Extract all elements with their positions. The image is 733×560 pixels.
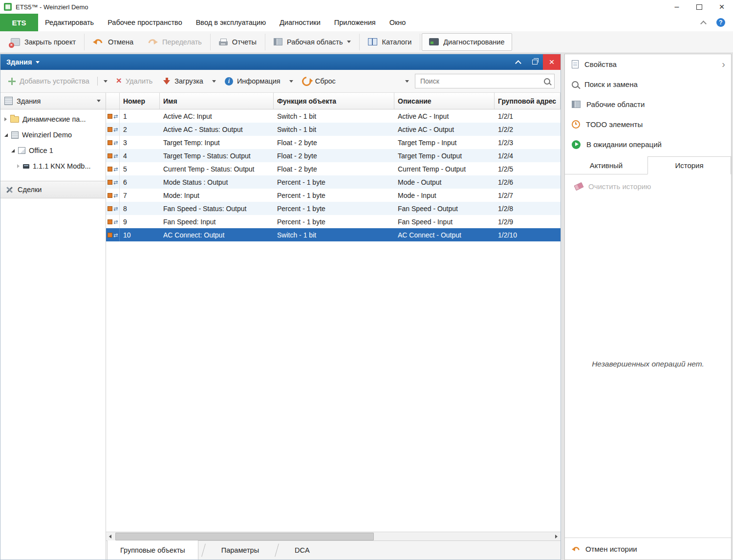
horizontal-scrollbar[interactable] — [106, 532, 561, 540]
undo-history-icon — [572, 546, 581, 552]
tools-icon — [5, 186, 13, 194]
close-button[interactable] — [711, 0, 733, 14]
column-header-group-address[interactable]: Групповой адрес — [495, 93, 561, 109]
scrollbar-thumb[interactable] — [115, 533, 374, 540]
tree-item-weinzierl-demo[interactable]: Weinzierl Demo — [0, 127, 106, 143]
toolbar-separator — [265, 34, 265, 50]
search-box — [415, 74, 555, 88]
sidebar-header-dropdown[interactable]: Здания — [0, 93, 106, 109]
tab-active[interactable]: Активный — [565, 156, 647, 174]
table-row[interactable]: ⇄ 6 Mode Status : Output Percent - 1 byt… — [106, 175, 561, 189]
deals-label: Сделки — [18, 186, 42, 194]
search-icon[interactable] — [544, 78, 550, 85]
table-row[interactable]: ⇄ 5 Current Temp - Status: Output Float … — [106, 162, 561, 175]
scroll-right-button[interactable] — [552, 532, 561, 540]
close-project-button[interactable]: Закрыть проект — [4, 34, 83, 50]
add-devices-button[interactable]: Добавить устройства — [5, 77, 92, 85]
expander-icon[interactable] — [4, 117, 7, 121]
clear-history-button[interactable]: Очистить историю — [565, 174, 731, 191]
expander-icon[interactable] — [17, 164, 20, 168]
search-input[interactable] — [419, 77, 544, 86]
expander-icon[interactable] — [4, 133, 8, 137]
sidebar-item-todo[interactable]: TODO элементы — [565, 114, 731, 134]
cell-number: 7 — [120, 189, 160, 202]
tab-history[interactable]: История — [647, 156, 731, 174]
sidebar-item-find-replace[interactable]: Поиск и замена — [565, 74, 731, 94]
find-replace-label: Поиск и замена — [584, 80, 638, 88]
collapse-chevron-icon[interactable] — [700, 21, 707, 27]
tree-item-office-1[interactable]: Office 1 — [0, 143, 106, 158]
menu-apps[interactable]: Приложения — [327, 14, 383, 31]
tree-item-dynamic-folders[interactable]: Динамические па... — [0, 111, 106, 127]
menu-window[interactable]: Окно — [383, 14, 413, 31]
more-commands-dropdown-icon[interactable] — [405, 80, 409, 83]
undo-history-button[interactable]: Отмен истории — [565, 538, 731, 560]
cell-function: Float - 2 byte — [274, 149, 394, 162]
cell-function: Switch - 1 bit — [274, 123, 394, 136]
tree-item-label: Динамические па... — [22, 115, 86, 123]
menu-commissioning[interactable]: Ввод в эксплуатацию — [189, 14, 273, 31]
download-dropdown-icon[interactable] — [212, 80, 216, 83]
reset-button[interactable]: Сброс — [299, 77, 339, 86]
info-button[interactable]: Информация — [222, 77, 283, 86]
redo-button[interactable]: Переделать — [140, 34, 209, 50]
table-row[interactable]: ⇄ 3 Target Temp: Input Float - 2 byte Ta… — [106, 136, 561, 149]
menu-diagnostics[interactable]: Диагностики — [273, 14, 327, 31]
workspace-button[interactable]: Рабочая область — [267, 34, 358, 50]
sidebar-item-deals[interactable]: Сделки — [0, 181, 106, 198]
maximize-button[interactable] — [688, 0, 711, 14]
add-devices-dropdown-icon[interactable] — [104, 80, 108, 83]
download-button[interactable]: Загрузка — [160, 77, 206, 85]
help-icon[interactable] — [716, 18, 725, 27]
workspace-label: Рабочая область — [287, 38, 343, 46]
panel-close-button[interactable] — [543, 54, 561, 70]
tab-dca[interactable]: DCA — [282, 541, 323, 560]
tab-group-objects[interactable]: Групповые объекты — [107, 540, 198, 560]
menu-workspace[interactable]: Рабочее пространство — [101, 14, 189, 31]
column-header-description[interactable]: Описание — [394, 93, 495, 109]
panel-collapse-button[interactable] — [510, 54, 526, 70]
group-object-flag-icon — [108, 233, 112, 237]
catalogs-button[interactable]: Каталоги — [361, 34, 418, 50]
properties-icon — [572, 60, 579, 68]
panel-window-controls — [510, 54, 561, 70]
buildings-icon — [4, 97, 13, 105]
undo-button[interactable]: Отмена — [86, 34, 140, 50]
table-row[interactable]: ⇄ 8 Fan Speed - Status: Output Percent -… — [106, 202, 561, 215]
expander-icon[interactable] — [11, 149, 15, 152]
column-header-number[interactable]: Номер — [120, 93, 160, 109]
cell-function: Float - 2 byte — [274, 136, 394, 149]
panel-title-dropdown[interactable]: Здания — [6, 58, 40, 66]
sidebar-item-workspaces[interactable]: Рабочие области — [565, 94, 731, 114]
table-row[interactable]: ⇄ 9 Fan Speed: Input Percent - 1 byte Fa… — [106, 215, 561, 228]
group-object-icon: ⇄ — [106, 202, 120, 215]
diagnostics-button[interactable]: Диагностирование — [422, 33, 512, 51]
delete-button[interactable]: Удалить — [113, 77, 155, 85]
menu-ets-button[interactable]: ETS — [0, 14, 38, 31]
info-dropdown-icon[interactable] — [289, 80, 293, 83]
column-header-function[interactable]: Функция объекта — [274, 93, 394, 109]
group-object-icon: ⇄ — [106, 215, 120, 228]
buildings-tree: Динамические па... Weinzierl Demo Office… — [0, 109, 106, 174]
table-row[interactable]: ⇄ 7 Mode: Input Percent - 1 byte Mode - … — [106, 189, 561, 202]
panel-restore-button[interactable] — [526, 54, 543, 70]
table-row[interactable]: ⇄ 2 Active AC - Status: Output Switch - … — [106, 123, 561, 136]
group-object-arrows-icon: ⇄ — [113, 127, 118, 132]
tree-item-knx-device[interactable]: 1.1.1 KNX Modb... — [0, 158, 106, 174]
scroll-left-button[interactable] — [106, 532, 114, 540]
table-row[interactable]: ⇄ 1 Active AC: Input Switch - 1 bit Acti… — [106, 109, 561, 123]
reports-button[interactable]: Отчеты — [212, 34, 263, 50]
column-header-name[interactable]: Имя — [160, 93, 274, 109]
group-object-arrows-icon: ⇄ — [113, 219, 118, 224]
sidebar-item-pending-operations[interactable]: В ожидании операций — [565, 134, 731, 154]
buildings-panel: Здания Добавить устройства — [0, 54, 561, 560]
sidebar-item-properties[interactable]: Свойства — [565, 54, 731, 74]
cell-description: Fan Speed - Output — [394, 202, 495, 215]
table-row[interactable]: ⇄ 10 AC Connect: Output Switch - 1 bit A… — [106, 228, 561, 241]
tab-parameters[interactable]: Параметры — [209, 541, 272, 560]
group-object-arrows-icon: ⇄ — [113, 180, 118, 185]
menu-edit[interactable]: Редактировать — [38, 14, 101, 31]
table-row[interactable]: ⇄ 4 Target Temp - Status: Output Float -… — [106, 149, 561, 162]
minimize-button[interactable] — [666, 0, 688, 14]
cell-name: AC Connect: Output — [160, 228, 274, 241]
